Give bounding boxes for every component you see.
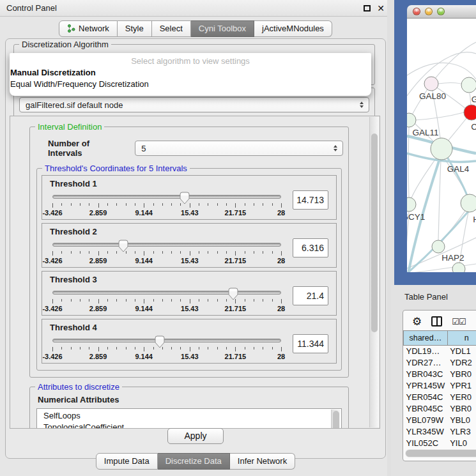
algorithm-option[interactable]: Manual Discretization (10, 66, 371, 77)
slider-tick (116, 251, 117, 254)
slider-thumb[interactable] (155, 335, 165, 348)
network-node-h[interactable] (461, 194, 476, 212)
threshold-value-field[interactable]: 21.4 (293, 286, 328, 305)
table-row[interactable]: YDR27…YDR2 (404, 357, 476, 369)
split-columns-icon[interactable] (431, 316, 442, 326)
slider-tick (254, 347, 254, 349)
slider-track[interactable] (52, 291, 281, 295)
network-node-label: GAL80 (419, 91, 446, 101)
slider-thumb[interactable] (228, 288, 238, 300)
slider-tick (235, 251, 236, 256)
table-column-header[interactable]: n (447, 331, 476, 346)
network-node-gal80[interactable] (424, 77, 438, 91)
slider-tick (126, 203, 127, 206)
number-of-intervals-combobox[interactable]: 5 (135, 141, 343, 156)
tab-jactivemnodules[interactable]: jActiveMNodules (254, 20, 332, 37)
attributes-group: Attributes to discretize Numerical Attri… (29, 387, 349, 429)
tab-style[interactable]: Style (118, 20, 152, 37)
slider-thumb[interactable] (118, 240, 128, 252)
table-data-combobox[interactable]: galFiltered.sif default node (19, 97, 369, 112)
slider-track[interactable] (52, 195, 281, 199)
slider-tick (61, 347, 62, 349)
table-row[interactable]: YIL052CYIL0 (404, 438, 476, 449)
table-row[interactable]: YBR043CYBR0 (404, 369, 476, 380)
tab-discretize-data[interactable]: Discretize Data (158, 453, 230, 470)
threshold-slider[interactable]: -3.4262.8599.14415.4321.71528 (50, 190, 284, 218)
slider-tick (80, 299, 81, 302)
slider-tick (52, 251, 53, 256)
threshold-value-field[interactable]: 14.713 (293, 190, 328, 210)
network-node-gal4[interactable] (431, 138, 452, 160)
minimize-traffic-light-icon[interactable] (425, 8, 433, 15)
slider-tick-label: 15.43 (181, 257, 199, 265)
slider-tick (153, 299, 154, 302)
table-horizontal-scrollbar[interactable] (405, 449, 476, 457)
network-node-gal11[interactable] (407, 113, 416, 127)
threshold-value-field[interactable]: 6.316 (293, 238, 328, 257)
slider-track[interactable] (52, 339, 281, 342)
slider-tick (153, 347, 154, 349)
slider-thumb[interactable] (180, 192, 190, 204)
slider-tick-label: -3.426 (42, 305, 62, 312)
table-row[interactable]: YBL079WYBL0 (404, 415, 476, 426)
slider-track[interactable] (52, 243, 281, 247)
tab-label: jActiveMNodules (262, 24, 324, 33)
checked-checkbox-icons[interactable]: ☑☑ (452, 317, 465, 326)
algorithm-option[interactable]: Equal Width/Frequency Discretization (10, 77, 371, 89)
tab-infer-network[interactable]: Infer Network (230, 453, 295, 470)
slider-tick-label: 28 (277, 209, 285, 217)
slider-tick (61, 203, 62, 206)
slider-tick (89, 299, 89, 302)
threshold-slider[interactable]: -3.4262.8599.14415.4321.71528 (50, 238, 284, 266)
apply-button[interactable]: Apply (167, 428, 223, 444)
combo-arrows-icon (360, 102, 364, 108)
tab-label: Infer Network (238, 456, 287, 466)
threshold-value-field[interactable]: 11.344 (293, 334, 328, 353)
zoom-traffic-light-icon[interactable] (437, 8, 445, 15)
cyni-toolbox-panel: Discretization Algorithm Select algorith… (5, 38, 386, 459)
attribute-list-item[interactable]: SelfLoops (43, 410, 341, 422)
table-column-header[interactable]: shared… (404, 331, 448, 346)
slider-tick (89, 251, 89, 254)
slider-tick (199, 347, 199, 349)
tab-cyni-toolbox[interactable]: Cyni Toolbox (191, 20, 254, 37)
slider-tick (89, 203, 89, 206)
network-node-c[interactable] (464, 105, 476, 120)
network-canvas[interactable]: GAL80GCGAL11GAL4GCY1HHAP2 (407, 19, 476, 272)
number-of-intervals-value: 5 (141, 144, 146, 153)
slider-tick (116, 203, 117, 206)
slider-tick (171, 203, 172, 206)
table-row[interactable]: YER054CYER0 (404, 392, 476, 403)
node-table: shared…n YDL19…YDL1YDR27…YDR2YBR043CYBR0… (403, 330, 476, 449)
tab-select[interactable]: Select (152, 20, 191, 37)
tab-impute-data[interactable]: Impute Data (96, 453, 158, 470)
slider-tick (235, 347, 236, 351)
threshold-box: Threshold 3-3.4262.8599.14415.4321.71528… (42, 271, 337, 316)
threshold-slider[interactable]: -3.4262.8599.14415.4321.71528 (50, 286, 284, 314)
threshold-slider[interactable]: -3.4262.8599.14415.4321.71528 (50, 334, 284, 362)
table-cell: YIL052C (404, 438, 448, 449)
network-node-g[interactable] (461, 77, 476, 93)
slider-tick (98, 299, 99, 303)
slider-tick (235, 203, 236, 208)
attributes-scrollbar[interactable] (331, 410, 341, 429)
table-row[interactable]: YBR045CYBR0 (404, 403, 476, 415)
network-node-hap2[interactable] (432, 240, 445, 253)
network-node-gcy1[interactable] (407, 197, 416, 211)
float-window-icon[interactable] (364, 5, 371, 12)
number-of-intervals-label: Number of Intervals (48, 139, 125, 158)
settings-scrollbar[interactable] (369, 117, 379, 427)
close-traffic-light-icon[interactable] (413, 8, 420, 15)
close-icon[interactable]: ✕ (377, 4, 385, 13)
tab-label: Discretize Data (165, 456, 222, 466)
threshold-label: Threshold 4 (50, 323, 328, 332)
slider-tick-label: 9.144 (135, 257, 153, 265)
table-row[interactable]: YPR145WYPR1 (404, 380, 476, 392)
settings-gear-icon[interactable]: ⚙ (412, 317, 422, 326)
table-row[interactable]: YLR345WYLR3 (404, 426, 476, 438)
tab-network[interactable]: Network (59, 20, 118, 37)
slider-tick-label: -3.426 (42, 353, 62, 360)
slider-tick (153, 203, 154, 206)
network-node[interactable] (452, 263, 465, 272)
table-row[interactable]: YDL19…YDL1 (404, 346, 476, 357)
